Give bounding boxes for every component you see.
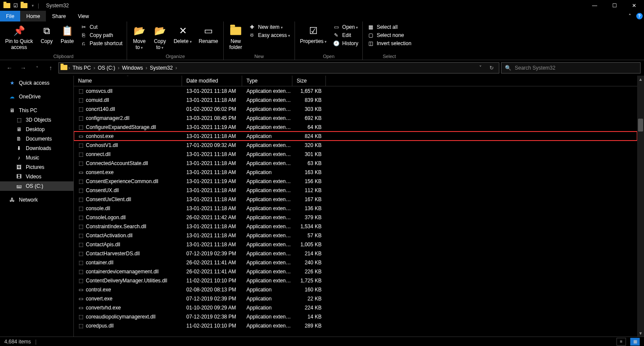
- file-row[interactable]: ⬚ContactApis.dll13-01-2021 11:18 AMAppli…: [74, 240, 637, 249]
- collapse-ribbon-button[interactable]: ˄: [625, 11, 635, 21]
- breadcrumb-seg[interactable]: System32: [148, 65, 174, 71]
- nav-item[interactable]: 🖴OS (C:): [0, 181, 73, 191]
- file-name: convertvhd.exe: [86, 305, 182, 311]
- file-name: configmanager2.dll: [86, 115, 182, 121]
- nav-item-label: Pictures: [26, 164, 44, 170]
- easy-access-button[interactable]: ⛭Easy access: [247, 31, 292, 39]
- recent-locations-button[interactable]: ˅: [31, 62, 43, 74]
- file-row[interactable]: ▭convert.exe07-12-2019 02:39 PMApplicati…: [74, 294, 637, 303]
- close-button[interactable]: ✕: [624, 0, 644, 11]
- nav-network[interactable]: 🖧Network: [0, 195, 73, 205]
- nav-item[interactable]: ⬚3D Objects: [0, 115, 73, 125]
- rename-button[interactable]: ▭Rename: [196, 22, 221, 46]
- new-folder-button[interactable]: New folder: [226, 22, 245, 52]
- file-row[interactable]: ⬚ContactActivation.dll13-01-2021 11:18 A…: [74, 231, 637, 240]
- file-row[interactable]: ⬚ConhostV1.dll17-01-2020 09:32 AMApplica…: [74, 141, 637, 150]
- column-date[interactable]: Date modified: [182, 76, 242, 86]
- file-icon: ⬚: [74, 314, 86, 320]
- file-row[interactable]: ⬚ConstraintIndex.Search.dll13-01-2021 11…: [74, 222, 637, 231]
- copy-button[interactable]: ⧉Copy: [37, 22, 56, 46]
- file-row[interactable]: ⬚containerdevicemanagement.dll26-02-2021…: [74, 267, 637, 276]
- file-list[interactable]: ˄Name Date modified Type Size ⬚comsvcs.d…: [74, 76, 637, 337]
- tab-home[interactable]: Home: [20, 11, 46, 21]
- file-row[interactable]: ⬚comuid.dll13-01-2021 11:18 AMApplicatio…: [74, 95, 637, 104]
- file-row[interactable]: ⬚comsvcs.dll13-01-2021 11:18 AMApplicati…: [74, 86, 637, 95]
- scroll-up-icon[interactable]: ▲: [637, 76, 644, 83]
- forward-button[interactable]: →: [17, 62, 29, 74]
- file-row[interactable]: ⬚concrt140.dll01-02-2002 06:02 PMApplica…: [74, 104, 637, 113]
- delete-button[interactable]: ✕Delete: [171, 22, 194, 46]
- breadcrumb-seg[interactable]: OS (C:): [96, 65, 117, 71]
- file-row[interactable]: ⬚configmanager2.dll13-03-2021 08:45 PMAp…: [74, 113, 637, 122]
- open-button[interactable]: ▭Open: [331, 23, 360, 31]
- new-item-button[interactable]: ✚New item: [247, 23, 292, 31]
- file-row[interactable]: ⬚coreaudiopolicymanagerext.dll07-12-2019…: [74, 312, 637, 321]
- breadcrumb-seg[interactable]: This PC: [71, 65, 93, 71]
- tab-file[interactable]: File: [0, 11, 20, 21]
- tab-view[interactable]: View: [72, 11, 95, 21]
- copy-path-button[interactable]: ⎘Copy path: [79, 31, 125, 39]
- file-row[interactable]: ▭consent.exe13-01-2021 11:18 AMApplicati…: [74, 168, 637, 177]
- breadcrumb-dropdown-button[interactable]: ˅: [476, 63, 485, 73]
- minimize-button[interactable]: —: [585, 0, 605, 11]
- file-row[interactable]: ⬚container.dll26-02-2021 11:41 AMApplica…: [74, 258, 637, 267]
- nav-onedrive[interactable]: ☁OneDrive: [0, 92, 73, 101]
- nav-item[interactable]: ⬇Downloads: [0, 144, 73, 153]
- column-size[interactable]: Size: [292, 76, 326, 86]
- file-row[interactable]: ⬚coredpus.dll11-02-2021 10:10 PMApplicat…: [74, 321, 637, 330]
- nav-item[interactable]: 🗎Documents: [0, 134, 73, 144]
- scroll-down-icon[interactable]: ▼: [637, 330, 644, 337]
- nav-item[interactable]: ♪Music: [0, 153, 73, 162]
- edit-button[interactable]: ✎Edit: [331, 31, 360, 39]
- search-input[interactable]: 🔍 Search System32: [501, 62, 641, 73]
- file-row[interactable]: ⬚ContentDeliveryManager.Utilities.dll11-…: [74, 276, 637, 285]
- help-button[interactable]: ?: [635, 11, 644, 21]
- paste-shortcut-button[interactable]: ⎌Paste shortcut: [79, 40, 125, 47]
- file-row[interactable]: ⬚connect.dll13-01-2021 11:18 AMApplicati…: [74, 150, 637, 159]
- nav-item[interactable]: 🖼Pictures: [0, 162, 73, 172]
- invert-selection-button[interactable]: ◫Invert selection: [365, 40, 413, 47]
- file-row[interactable]: ▭control.exe02-08-2020 08:13 PMApplicati…: [74, 285, 637, 294]
- select-all-button[interactable]: ▦Select all: [365, 23, 413, 31]
- up-button[interactable]: ↑: [45, 62, 57, 74]
- file-row[interactable]: ⬚ConsentUX.dll13-01-2021 11:18 AMApplica…: [74, 186, 637, 195]
- select-none-button[interactable]: ▢Select none: [365, 31, 413, 39]
- cut-button[interactable]: ✂Cut: [79, 23, 125, 31]
- nav-item[interactable]: 🖥Desktop: [0, 125, 73, 134]
- file-row[interactable]: ⬚ConsentUxClient.dll13-01-2021 11:18 AMA…: [74, 195, 637, 204]
- file-date: 26-02-2021 11:41 AM: [182, 260, 242, 266]
- column-type[interactable]: Type: [242, 76, 292, 86]
- column-name[interactable]: ˄Name: [74, 76, 182, 86]
- file-row[interactable]: ▭conhost.exe13-01-2021 11:18 AMApplicati…: [74, 132, 637, 141]
- tab-share[interactable]: Share: [46, 11, 72, 21]
- view-large-icons-button[interactable]: ▦: [630, 338, 640, 346]
- back-button[interactable]: ←: [3, 62, 15, 74]
- nav-this-pc[interactable]: 🖥This PC: [0, 106, 73, 115]
- maximize-button[interactable]: ☐: [605, 0, 624, 11]
- nav-quick-access[interactable]: ★Quick access: [0, 78, 73, 88]
- move-to-button[interactable]: 📂Move to: [130, 22, 149, 52]
- file-date: 07-12-2019 02:39 PM: [182, 296, 242, 302]
- view-details-button[interactable]: ≡: [617, 338, 626, 346]
- file-row[interactable]: ⬚ConfigureExpandedStorage.dll13-01-2021 …: [74, 122, 637, 132]
- pin-to-quick-access-button[interactable]: 📌Pin to Quick access: [3, 22, 36, 52]
- qat-properties-icon[interactable]: ☑: [12, 2, 19, 9]
- history-button[interactable]: 🕘History: [331, 40, 360, 47]
- copy-to-button[interactable]: 📂Copy to: [150, 22, 169, 52]
- nav-item[interactable]: 🎞Videos: [0, 172, 73, 181]
- breadcrumb[interactable]: › This PC› OS (C:)› Windows› System32› ˅…: [58, 62, 499, 73]
- file-row[interactable]: ⬚ConsoleLogon.dll26-02-2021 11:42 AMAppl…: [74, 213, 637, 222]
- paste-button[interactable]: 📋Paste: [58, 22, 77, 46]
- refresh-button[interactable]: ↻: [486, 63, 497, 73]
- file-name: control.exe: [86, 287, 182, 293]
- file-row[interactable]: ⬚ConnectedAccountState.dll13-01-2021 11:…: [74, 159, 637, 168]
- qat-dropdown-icon[interactable]: ▾: [29, 2, 36, 9]
- file-row[interactable]: ⬚console.dll13-01-2021 11:18 AMApplicati…: [74, 204, 637, 213]
- breadcrumb-seg[interactable]: Windows: [120, 65, 145, 71]
- file-row[interactable]: ⬚ConsentExperienceCommon.dll13-01-2021 1…: [74, 177, 637, 186]
- file-row[interactable]: ⬚ContactHarvesterDS.dll07-12-2019 02:39 …: [74, 249, 637, 258]
- scrollbar[interactable]: ▲ ▼: [637, 76, 644, 337]
- file-row[interactable]: ▭convertvhd.exe01-10-2020 09:29 AMApplic…: [74, 303, 637, 312]
- scroll-thumb[interactable]: [638, 119, 643, 132]
- properties-button[interactable]: ☑Properties: [298, 22, 329, 46]
